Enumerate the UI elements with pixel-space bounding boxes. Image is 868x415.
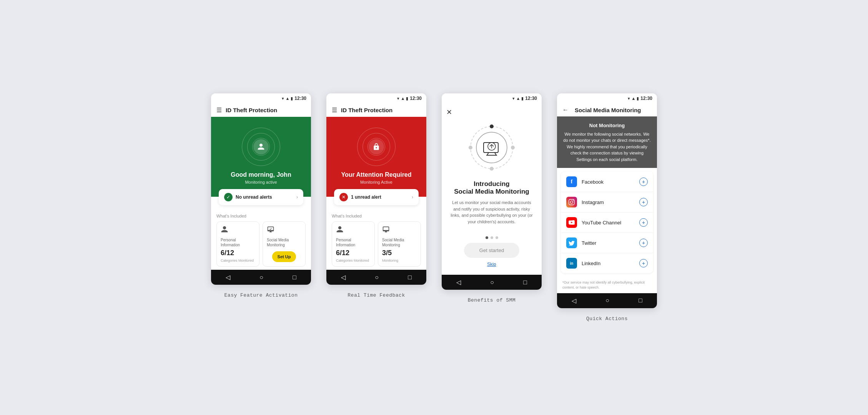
instagram-add-button[interactable]: + [639,198,648,206]
back-nav-1[interactable]: ◁ [226,274,230,281]
home-nav-2[interactable]: ○ [375,274,379,281]
twitter-add-button[interactable]: + [639,239,648,247]
section-label-2: What's Included [332,214,421,218]
person-icon-1 [221,226,255,235]
twitter-name: Twitter [582,240,635,246]
status-icons-4: ▾ ▲ ▮ [628,96,639,101]
social-item-instagram: Instagram + [561,192,653,212]
section-label-1: What's Included [216,214,306,218]
instagram-logo [566,197,577,208]
recents-nav-4[interactable]: □ [639,297,642,304]
signal-icon-4: ▲ [631,96,635,101]
smm-title: Introducing Social Media Monitoring [454,180,529,196]
card-personal-1: PersonalInformation 6/12 Categories Moni… [216,221,259,267]
youtube-logo [566,217,577,228]
youtube-name: YouTube Channel [582,220,635,226]
person-icon-2 [336,226,371,235]
home-nav-4[interactable]: ○ [605,297,609,304]
social-item-linkedin: in LinkedIn + [561,253,653,273]
signal-icon-3: ▲ [516,96,520,101]
recents-nav-3[interactable]: □ [523,279,527,286]
setup-button-1[interactable]: Set Up [272,251,296,262]
svg-line-8 [495,153,496,155]
battery-icon-3: ▮ [521,96,524,101]
card-smm-1: Social MediaMonitoring Set Up [263,221,306,267]
alert-chevron-1: › [296,194,298,200]
smm-desc: Let us monitor your social media account… [449,199,534,225]
nav-bar-1: ◁ ○ □ [211,270,311,285]
recents-nav-1[interactable]: □ [293,274,296,281]
showcase: ▾ ▲ ▮ 12:30 ☰ ID Theft Protection [211,93,657,321]
phone-col-2: ▾ ▲ ▮ 12:30 ☰ ID Theft Protection [326,93,426,298]
skip-link[interactable]: Skip [487,262,496,267]
whats-included-2: What's Included PersonalInformation 6/12… [326,209,426,270]
card-title-smm-2: Social MediaMonitoring [382,237,417,247]
alert-text-1: No unread alerts [236,194,272,200]
app-header-1: ☰ ID Theft Protection [211,103,311,117]
social-item-facebook: f Facebook + [561,172,653,192]
status-icons-3: ▾ ▲ ▮ [512,96,524,101]
wifi-icon-2: ▾ [397,96,399,101]
get-started-button[interactable]: Get started [464,243,519,258]
smm-intro: Introducing Social Media Monitoring Let … [442,103,542,275]
menu-icon-1[interactable]: ☰ [216,106,222,114]
youtube-add-button[interactable]: + [639,218,648,227]
radar-2 [357,128,396,166]
hero-icon-1 [253,139,269,154]
card-title-smm-1: Social MediaMonitoring [267,237,301,247]
menu-icon-2[interactable]: ☰ [332,106,337,114]
monitor-graphic [467,123,517,173]
home-nav-1[interactable]: ○ [259,274,263,281]
close-button-3[interactable]: ✕ [446,108,452,116]
card-sub-2: Categories Monitored [336,259,371,262]
alert-left-2: ✕ 1 unread alert [339,193,381,201]
svg-point-4 [469,146,472,149]
hero-subtitle-2: Monitoring Active [360,180,392,184]
radar-1 [242,128,280,166]
back-nav-4[interactable]: ◁ [572,297,576,304]
card-title-personal-2: PersonalInformation [336,237,371,247]
back-nav-3[interactable]: ◁ [456,279,461,286]
svg-point-2 [511,146,515,149]
phone-col-1: ▾ ▲ ▮ 12:30 ☰ ID Theft Protection [211,93,311,298]
card-value-1: 6/12 [221,249,255,257]
caption-1: Easy Feature Activation [224,292,298,298]
status-icons-1: ▾ ▲ ▮ [282,96,293,101]
phone-col-3: ▾ ▲ ▮ 12:30 ✕ [442,93,542,303]
not-monitoring-bar: Not Monitoring We monitor the following … [557,116,657,168]
smm-intro-screen: ✕ [442,103,542,275]
alert-bar-2[interactable]: ✕ 1 unread alert › [334,189,419,205]
battery-icon: ▮ [291,96,293,101]
social-item-twitter: Twitter + [561,233,653,253]
card-personal-2: PersonalInformation 6/12 Categories Moni… [332,221,375,267]
alert-chevron-2: › [412,194,413,200]
dot-1 [486,236,488,239]
back-nav-2[interactable]: ◁ [341,274,346,281]
nav-bar-2: ◁ ○ □ [326,270,426,285]
dot-2 [491,236,493,239]
hero-subtitle-1: Monitoring active [245,180,277,184]
wifi-icon: ▾ [282,96,284,101]
status-bar-4: ▾ ▲ ▮ 12:30 [557,93,657,103]
back-arrow-4[interactable]: ← [562,106,569,113]
linkedin-add-button[interactable]: + [639,259,648,267]
svg-point-1 [490,124,494,128]
phone-2: ▾ ▲ ▮ 12:30 ☰ ID Theft Protection [326,93,426,285]
not-monitoring-title: Not Monitoring [563,122,651,129]
card-title-personal-1: PersonalInformation [221,237,255,247]
home-nav-3[interactable]: ○ [490,279,494,286]
status-bar-1: ▾ ▲ ▮ 12:30 [211,93,311,103]
card-sub-1: Categories Monitored [221,259,255,262]
recents-nav-2[interactable]: □ [408,274,412,281]
status-time-4: 12:30 [640,96,652,101]
header-title-4: Social Media Monitoring [575,107,641,113]
hero-section-2: Your Attention Required Monitoring Activ… [326,117,426,197]
disclaimer: *Our service may not identify all cyberb… [557,277,657,293]
alert-bar-1[interactable]: ✓ No unread alerts › [219,189,303,205]
alert-text-2: 1 unread alert [351,194,381,200]
battery-icon-2: ▮ [406,96,408,101]
card-value-2: 6/12 [336,249,371,257]
card-sub-smm-2: Monitoring [382,259,417,262]
facebook-add-button[interactable]: + [639,178,648,186]
instagram-name: Instagram [582,199,635,205]
